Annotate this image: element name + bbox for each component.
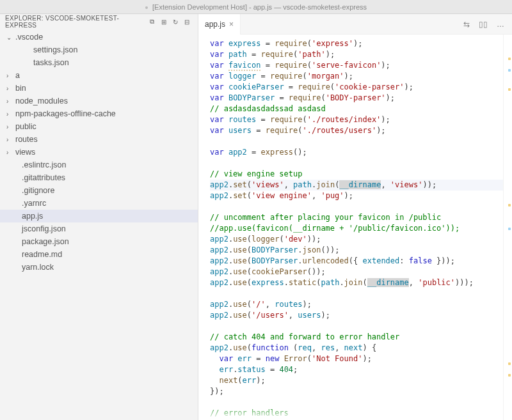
tree-item-label: a [15,71,20,80]
tree-file[interactable]: tasks.json [0,56,198,69]
code-line[interactable]: app2.use(BODYParser.urlencoded({ extende… [210,256,512,267]
code-line[interactable]: }); [210,386,512,397]
code-line[interactable] [210,201,512,212]
tree-file[interactable]: readme.md [0,248,198,261]
code-line[interactable]: var routes = require('./routes/index'); [210,114,512,125]
code-line[interactable] [210,288,512,299]
code-line[interactable]: err.status = 404; [210,364,512,375]
code-line[interactable]: //app.use(favicon(__dirname + '/public/f… [210,223,512,234]
code-line[interactable]: app2.use(logger('dev')); [210,234,512,245]
tree-item-label: package.json [22,237,69,246]
tree-folder[interactable]: ›routes [0,133,198,146]
tab-label: app.js [205,20,225,29]
code-line[interactable]: // uncomment after placing your favicon … [210,212,512,223]
code-editor[interactable]: var express = require('express');var pat… [198,35,512,420]
tree-folder[interactable]: ›public [0,120,198,133]
more-actions-icon[interactable]: … [497,20,504,29]
code-line[interactable]: var express = require('express'); [210,38,512,49]
code-line[interactable]: app2.use(BODYParser.json()); [210,245,512,256]
tree-file[interactable]: package.json [0,235,198,248]
chevron-right-icon[interactable]: › [6,111,14,118]
code-line[interactable]: app2.use('/users', users); [210,310,512,321]
editor-area: app.js × ⇆ ▯▯ … var express = require('e… [198,14,512,420]
tree-file[interactable]: yarn.lock [0,261,198,274]
chevron-right-icon[interactable]: › [6,85,14,92]
tree-folder[interactable]: ⌄.vscode [0,31,198,43]
tree-file[interactable]: settings.json [0,43,198,56]
tree-item-label: views [15,148,35,157]
code-line[interactable]: var favicon = require('serve-favicon'); [210,60,512,71]
tree-item-label: bin [15,84,26,93]
scroll-fade [198,405,503,420]
code-line[interactable]: app2.use(function (req, res, next) { [210,343,512,354]
tree-item-label: .gitattributes [22,173,65,182]
file-tree[interactable]: ⌄.vscodesettings.jsontasks.json›a›bin›no… [0,29,198,275]
tree-item-label: tasks.json [33,58,69,67]
tree-item-label: .yarnrc [22,199,46,208]
tree-item-label: routes [15,135,38,144]
code-line[interactable]: // asdasdasdadssad asdasd [210,104,512,114]
tree-item-label: readme.md [22,250,62,259]
tree-file[interactable]: .gitattributes [0,171,198,184]
refresh-icon[interactable]: ↻ [170,19,181,26]
new-file-icon[interactable]: ⧉ [147,18,158,26]
window-title: [Extension Development Host] - app.js — … [152,3,367,11]
tree-file[interactable]: .eslintrc.json [0,159,198,171]
code-line[interactable]: app2.set('view engine', 'pug'); [210,191,512,201]
collapse-all-icon[interactable]: ⊟ [181,19,193,26]
tree-folder[interactable]: ›views [0,146,198,159]
chevron-right-icon[interactable]: › [6,123,14,130]
code-line[interactable]: next(err); [210,375,512,386]
tree-folder[interactable]: ›bin [0,82,198,95]
code-line[interactable]: app2.use(cookieParser()); [210,267,512,277]
code-line[interactable]: var logger = require('morgan'); [210,71,512,82]
close-icon[interactable]: × [229,20,234,29]
split-editor-icon[interactable]: ▯▯ [479,20,488,29]
window-titlebar: [Extension Development Host] - app.js — … [0,0,512,14]
chevron-right-icon[interactable]: › [6,149,14,156]
tree-folder[interactable]: ›npm-packages-offline-cache [0,107,198,120]
tree-folder[interactable]: ›a [0,69,198,82]
code-line[interactable] [210,136,512,147]
tree-item-label: yarn.lock [22,263,54,272]
chevron-down-icon[interactable]: ⌄ [6,34,14,41]
unsaved-dot-icon [145,6,148,9]
tree-item-label: app.js [22,212,43,221]
code-line[interactable]: var path = require('path'); [210,49,512,60]
code-line[interactable]: app2.use('/', routes); [210,299,512,310]
tree-file[interactable]: app.js [0,210,198,222]
tree-file[interactable]: jsconfig.json [0,222,198,235]
tree-item-label: .eslintrc.json [22,160,66,169]
tree-item-label: public [15,122,36,131]
tree-item-label: npm-packages-offline-cache [15,109,116,118]
tree-item-label: node_modules [15,97,68,105]
compare-icon[interactable]: ⇆ [463,20,470,29]
code-line[interactable]: var users = require('./routes/users'); [210,125,512,136]
explorer-sidebar: EXPLORER: VSCODE-SMOKETEST-EXPRESS ⧉ ⊞ ↻… [0,14,198,420]
code-line[interactable]: // catch 404 and forward to error handle… [210,332,512,343]
code-line[interactable]: // view engine setup [210,169,512,180]
tree-folder[interactable]: ›node_modules [0,95,198,107]
code-line[interactable]: var BODYParser = require('BODY-parser'); [210,93,512,104]
tab-app-js[interactable]: app.js × [198,14,241,35]
chevron-right-icon[interactable]: › [6,98,14,105]
tree-file[interactable]: .gitignore [0,184,198,197]
tree-item-label: .vscode [15,33,43,42]
editor-tabbar: app.js × ⇆ ▯▯ … [198,14,512,35]
code-line[interactable]: var app2 = express(); [210,147,512,158]
new-folder-icon[interactable]: ⊞ [158,19,170,26]
explorer-title: EXPLORER: VSCODE-SMOKETEST-EXPRESS [5,15,147,29]
code-line[interactable]: app2.use(express.static(path.join(__dirn… [210,277,512,288]
chevron-right-icon[interactable]: › [6,72,14,79]
tree-file[interactable]: .yarnrc [0,197,198,210]
code-line[interactable] [210,158,512,169]
code-line[interactable]: app2.set('views', path.join(__dirname, '… [210,180,512,191]
code-line[interactable]: var err = new Error('Not Found'); [210,354,512,364]
code-line[interactable]: var cookieParser = require('cookie-parse… [210,82,512,93]
minimap[interactable] [503,35,512,420]
explorer-header: EXPLORER: VSCODE-SMOKETEST-EXPRESS ⧉ ⊞ ↻… [0,14,198,29]
chevron-right-icon[interactable]: › [6,136,14,143]
code-line[interactable] [210,321,512,332]
tree-item-label: .gitignore [22,186,54,195]
tree-item-label: jsconfig.json [22,224,66,233]
